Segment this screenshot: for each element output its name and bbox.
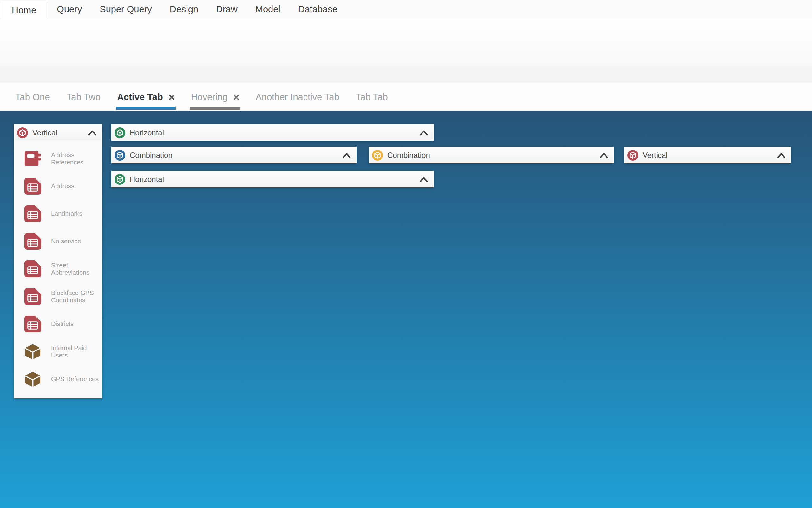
chevron-up-icon[interactable] <box>420 130 428 136</box>
list-item-label: Blockface GPS Coordinates <box>51 289 99 304</box>
menu-item-query[interactable]: Query <box>48 0 91 19</box>
list-item-label: Landmarks <box>51 210 99 217</box>
menu-item-model[interactable]: Model <box>246 0 289 19</box>
list-item-landmarks[interactable]: Landmarks <box>24 204 102 223</box>
panel-horizontal-top-header[interactable]: Horizontal <box>112 125 433 140</box>
list-item-address[interactable]: Address <box>24 177 102 196</box>
close-icon[interactable] <box>233 94 239 100</box>
panel-title: Horizontal <box>130 128 164 137</box>
tab-two[interactable]: Tab Two <box>59 83 109 111</box>
chevron-up-icon[interactable] <box>600 153 608 158</box>
panel-horizontal-top: Horizontal <box>111 124 434 141</box>
list-item-no-service[interactable]: No service <box>24 232 102 251</box>
list-item-address-references[interactable]: Address References <box>24 149 102 168</box>
panel-title: Vertical <box>643 151 668 160</box>
panel-title: Combination <box>387 151 430 160</box>
tab-label: Tab Two <box>67 92 101 102</box>
list-item-label: Address <box>51 182 99 190</box>
panel-horizontal-bottom: Horizontal <box>111 171 434 187</box>
workspace: Vertical Address References Address <box>0 111 812 508</box>
panel-combination-right: Combination <box>369 147 614 163</box>
cube-icon <box>24 342 42 361</box>
chevron-up-icon[interactable] <box>420 176 428 182</box>
tab-label: Tab One <box>15 92 50 102</box>
tab-another-inactive-tab[interactable]: Another Inactive Tab <box>247 83 348 111</box>
list-item-internal-paid-users[interactable]: Internal Paid Users <box>24 342 102 361</box>
cube-circle-icon <box>372 150 383 161</box>
cube-circle-icon <box>115 127 125 138</box>
panel-vertical-right: Vertical <box>624 147 791 163</box>
data-file-icon <box>24 232 42 251</box>
cube-circle-icon <box>17 127 28 138</box>
list-item-label: No service <box>51 238 99 245</box>
hover-tab-underline <box>190 107 240 110</box>
data-file-icon <box>24 260 42 278</box>
chevron-up-icon[interactable] <box>88 130 96 136</box>
data-file-icon <box>24 287 42 306</box>
tab-hovering[interactable]: Hovering <box>183 83 247 111</box>
address-book-icon <box>24 149 42 168</box>
list-item-districts[interactable]: Districts <box>24 315 102 333</box>
menu-item-draw[interactable]: Draw <box>207 0 246 19</box>
tab-label: Another Inactive Tab <box>256 92 339 102</box>
panel-title: Combination <box>130 151 172 160</box>
chevron-up-icon[interactable] <box>343 153 351 158</box>
toolbar-strip <box>0 68 812 83</box>
data-file-icon <box>24 315 42 333</box>
tab-active-tab[interactable]: Active Tab <box>109 83 183 111</box>
menu-item-database[interactable]: Database <box>289 0 346 19</box>
panel-vertical-main: Vertical Address References Address <box>14 124 102 398</box>
data-file-icon <box>24 204 42 223</box>
list-item-street-abbreviations[interactable]: Street Abbreviations <box>24 260 102 278</box>
active-tab-underline <box>116 107 176 110</box>
data-source-list: Address References Address Landmarks No … <box>14 142 102 398</box>
tab-label: Hovering <box>191 92 228 102</box>
menu-bar: Home Query Super Query Design Draw Model… <box>0 0 812 19</box>
ribbon-area <box>0 19 812 68</box>
list-item-gps-references[interactable]: GPS References <box>24 370 102 388</box>
panel-vertical-right-header[interactable]: Vertical <box>625 147 790 163</box>
tab-label: Tab Tab <box>356 92 388 102</box>
tab-label: Active Tab <box>117 92 163 102</box>
document-tab-bar: Tab One Tab Two Active Tab Hovering Anot… <box>0 83 812 111</box>
panel-title: Horizontal <box>130 175 164 184</box>
list-item-label: GPS References <box>51 376 99 383</box>
list-item-label: Districts <box>51 321 99 328</box>
list-item-blockface-gps-coordinates[interactable]: Blockface GPS Coordinates <box>24 287 102 306</box>
menu-item-super-query[interactable]: Super Query <box>91 0 160 19</box>
data-file-icon <box>24 177 42 196</box>
panel-combination-left: Combination <box>111 147 356 163</box>
cube-icon <box>24 370 42 388</box>
chevron-up-icon[interactable] <box>777 153 785 158</box>
cube-circle-icon <box>115 150 125 161</box>
cube-circle-icon <box>627 150 638 161</box>
close-icon[interactable] <box>169 94 175 100</box>
panel-title: Vertical <box>32 128 57 137</box>
panel-combination-right-header[interactable]: Combination <box>370 147 613 163</box>
menu-item-design[interactable]: Design <box>161 0 207 19</box>
list-item-label: Internal Paid Users <box>51 344 99 359</box>
list-item-label: Address References <box>51 152 99 166</box>
tab-tab-tab[interactable]: Tab Tab <box>348 83 396 111</box>
list-item-label: Street Abbreviations <box>51 262 99 276</box>
panel-combination-left-header[interactable]: Combination <box>112 147 356 163</box>
tab-one[interactable]: Tab One <box>7 83 59 111</box>
menu-item-home[interactable]: Home <box>0 1 48 19</box>
cube-circle-icon <box>115 174 125 185</box>
panel-vertical-main-header[interactable]: Vertical <box>14 125 102 140</box>
panel-horizontal-bottom-header[interactable]: Horizontal <box>112 171 433 187</box>
